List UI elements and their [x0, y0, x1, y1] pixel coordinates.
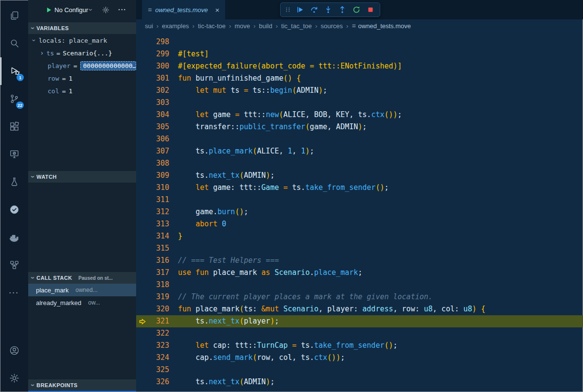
code-line[interactable]: 318: [136, 279, 583, 291]
code-line[interactable]: 307 ts.place_mark(ALICE, 1, 1);: [136, 145, 583, 157]
drag-handle[interactable]: [283, 6, 292, 14]
line-number[interactable]: 324: [149, 352, 169, 364]
code-line[interactable]: 323 let cap: ttt::TurnCap = ts.take_from…: [136, 340, 583, 352]
code-line[interactable]: 311: [136, 194, 583, 206]
line-number[interactable]: 314: [149, 230, 169, 242]
code-line[interactable]: 324 cap.send_mark(row, col, ts.ctx());: [136, 352, 583, 364]
line-number[interactable]: 301: [149, 72, 169, 85]
line-number[interactable]: 319: [149, 291, 169, 303]
debug-config-dropdown[interactable]: No Configur ›: [54, 6, 92, 14]
line-number[interactable]: 321: [149, 315, 169, 327]
breakpoint-gutter[interactable]: [136, 97, 149, 109]
stop-button[interactable]: [364, 3, 377, 16]
code-line[interactable]: 309 ts.next_tx(ADMIN);: [136, 170, 583, 182]
step-into-button[interactable]: [322, 3, 335, 16]
line-number[interactable]: 311: [149, 194, 169, 206]
line-number[interactable]: 316: [149, 255, 169, 267]
breadcrumb-item[interactable]: ≡owned_tests.move: [352, 22, 411, 30]
line-number[interactable]: 315: [149, 242, 169, 255]
breakpoint-gutter[interactable]: [136, 36, 149, 48]
breakpoint-gutter[interactable]: [136, 303, 149, 315]
breadcrumb-item[interactable]: sui: [145, 22, 153, 30]
code-line[interactable]: 317use fun place_mark as Scenario.place_…: [136, 267, 583, 279]
variable-col[interactable]: col = 1: [28, 85, 136, 97]
code-line[interactable]: 322: [136, 327, 583, 340]
tab-owned-tests-move[interactable]: ≡ owned_tests.move ×: [142, 0, 226, 19]
breadcrumb-item[interactable]: move: [234, 22, 250, 30]
breakpoint-gutter[interactable]: [136, 267, 149, 279]
activity-hierarchy[interactable]: [0, 251, 28, 279]
activity-docker[interactable]: [0, 223, 28, 251]
code-line[interactable]: 303: [136, 97, 583, 109]
debug-current-line-arrow[interactable]: [136, 315, 149, 327]
line-number[interactable]: 303: [149, 97, 169, 109]
stack-frame[interactable]: already_marked ow...: [28, 296, 136, 309]
debug-settings-button[interactable]: [102, 6, 110, 14]
breakpoint-gutter[interactable]: [136, 230, 149, 242]
activity-source-control[interactable]: 22: [0, 85, 28, 113]
activity-explorer[interactable]: [0, 2, 28, 30]
line-number[interactable]: 310: [149, 182, 169, 194]
breadcrumb-item[interactable]: examples: [162, 22, 189, 30]
line-number[interactable]: 312: [149, 206, 169, 218]
line-number[interactable]: 323: [149, 340, 169, 352]
start-debugging-button[interactable]: [46, 7, 52, 13]
line-number[interactable]: 305: [149, 121, 169, 133]
breakpoint-gutter[interactable]: [136, 340, 149, 352]
code-line[interactable]: 308: [136, 157, 583, 170]
activity-settings[interactable]: [0, 364, 28, 392]
breakpoint-gutter[interactable]: [136, 133, 149, 145]
line-number[interactable]: 299: [149, 48, 169, 60]
step-over-button[interactable]: [308, 3, 320, 16]
line-number[interactable]: 313: [149, 218, 169, 230]
continue-button[interactable]: [294, 3, 306, 16]
breakpoint-gutter[interactable]: [136, 291, 149, 303]
code-line[interactable]: 301fun burn_unfinished_game() {: [136, 72, 583, 85]
breadcrumb-item[interactable]: sources: [321, 22, 343, 30]
breakpoint-gutter[interactable]: [136, 255, 149, 267]
variables-header[interactable]: › VARIABLES: [28, 22, 136, 34]
breakpoint-gutter[interactable]: [136, 182, 149, 194]
breakpoint-gutter[interactable]: [136, 72, 149, 85]
stack-frame[interactable]: place_mark owned...: [28, 284, 136, 296]
breakpoint-gutter[interactable]: [136, 157, 149, 170]
code-line[interactable]: 314}: [136, 230, 583, 242]
activity-task-check[interactable]: [0, 196, 28, 223]
code-line[interactable]: 312 game.burn();: [136, 206, 583, 218]
line-number[interactable]: 307: [149, 145, 169, 157]
code-line[interactable]: 302 let mut ts = ts::begin(ADMIN);: [136, 85, 583, 97]
code-line[interactable]: 321 ts.next_tx(player);: [136, 315, 583, 327]
line-number[interactable]: 309: [149, 170, 169, 182]
code-line[interactable]: 305 transfer::public_transfer(game, ADMI…: [136, 121, 583, 133]
scope-locals[interactable]: › locals: place_mark: [28, 34, 136, 47]
breakpoint-gutter[interactable]: [136, 218, 149, 230]
line-number[interactable]: 322: [149, 327, 169, 340]
code-line[interactable]: 299#[test]: [136, 48, 583, 60]
activity-search[interactable]: [0, 30, 28, 57]
watch-header[interactable]: › WATCH: [28, 171, 136, 183]
breakpoint-gutter[interactable]: [136, 364, 149, 376]
breakpoint-gutter[interactable]: [136, 60, 149, 72]
breadcrumb-item[interactable]: build: [259, 22, 272, 30]
breakpoint-gutter[interactable]: [136, 376, 149, 388]
line-number[interactable]: 306: [149, 133, 169, 145]
code-line[interactable]: 313 abort 0: [136, 218, 583, 230]
code-line[interactable]: 326 ts.next_tx(ADMIN);: [136, 376, 583, 388]
breakpoint-gutter[interactable]: [136, 327, 149, 340]
code-line[interactable]: 315: [136, 242, 583, 255]
breakpoint-gutter[interactable]: [136, 48, 149, 60]
activity-remote-explorer[interactable]: [0, 140, 28, 168]
code-line[interactable]: 310 let game: ttt::Game = ts.take_from_s…: [136, 182, 583, 194]
restart-button[interactable]: [350, 3, 363, 16]
variable-ts[interactable]: › ts = Scenario{...}: [28, 47, 136, 59]
breakpoint-gutter[interactable]: [136, 85, 149, 97]
line-number[interactable]: 317: [149, 267, 169, 279]
close-icon[interactable]: ×: [215, 6, 220, 14]
line-number[interactable]: 304: [149, 109, 169, 121]
code-line[interactable]: 298: [136, 36, 583, 48]
code-line[interactable]: 304 let game = ttt::new(ALICE, BOB, KEY,…: [136, 109, 583, 121]
call-stack-header[interactable]: › CALL STACK Paused on st...: [28, 272, 136, 284]
line-number[interactable]: 300: [149, 60, 169, 72]
code-line[interactable]: 306: [136, 133, 583, 145]
activity-testing[interactable]: [0, 168, 28, 196]
